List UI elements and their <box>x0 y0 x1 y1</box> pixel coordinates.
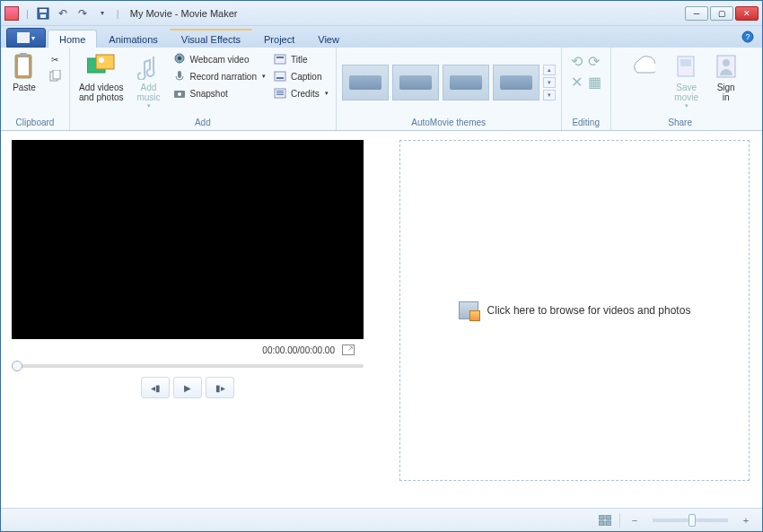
save-movie-button[interactable]: Save movie ▾ <box>667 49 706 112</box>
skydrive-button[interactable] <box>615 49 667 85</box>
statusbar: − + <box>1 508 762 531</box>
caption-icon <box>273 69 287 83</box>
tab-view[interactable]: View <box>306 30 351 48</box>
user-icon <box>712 52 741 81</box>
zoom-in-button[interactable]: + <box>739 513 753 528</box>
sign-in-label: Sign in <box>717 83 735 102</box>
undo-icon[interactable]: ↶ <box>56 6 70 21</box>
webcam-video-button[interactable]: Webcam video <box>169 51 269 67</box>
paste-button[interactable]: Paste <box>4 49 44 95</box>
zoom-slider[interactable] <box>653 519 728 522</box>
sign-in-button[interactable]: Sign in <box>706 49 746 105</box>
zoom-out-button[interactable]: − <box>627 513 642 528</box>
media-placeholder-icon <box>459 301 478 319</box>
credits-button[interactable]: Credits▾ <box>269 85 332 101</box>
file-menu-button[interactable] <box>6 28 46 48</box>
svg-rect-24 <box>276 92 284 93</box>
video-preview[interactable] <box>12 140 364 339</box>
credits-icon <box>273 86 287 100</box>
add-videos-label: Add videos and photos <box>79 83 124 102</box>
copy-icon <box>48 69 62 83</box>
svg-rect-7 <box>20 53 27 57</box>
close-button[interactable]: ✕ <box>735 6 759 21</box>
microphone-icon <box>172 69 187 83</box>
theme-thumbnail[interactable] <box>493 65 539 100</box>
redo-icon[interactable]: ↷ <box>75 6 90 21</box>
svg-rect-32 <box>599 521 604 526</box>
group-automovie-themes: ▴ ▾ ▾ AutoMovie themes <box>337 48 562 130</box>
snapshot-button[interactable]: Snapshot <box>169 85 269 101</box>
cut-button[interactable]: ✂ <box>44 51 66 67</box>
add-music-label: Add music <box>136 83 160 102</box>
svg-rect-15 <box>178 71 181 78</box>
group-editing: ⟲ ⟳ ✕ ▦ Editing <box>562 48 611 130</box>
title-button[interactable]: Title <box>269 51 332 67</box>
group-add: Add videos and photos Add music ▾ Webcam… <box>70 48 337 130</box>
svg-rect-23 <box>276 91 284 92</box>
content-area: 00:00.00/00:00.00 ◂▮ ▶ ▮▸ Click here to … <box>1 131 762 508</box>
titlebar: | ↶ ↷ ▾ | My Movie - Movie Maker ─ ▢ ✕ <box>1 1 762 26</box>
qat-separator: | <box>26 8 29 19</box>
save-icon[interactable] <box>36 6 50 21</box>
copy-button[interactable] <box>44 68 66 84</box>
rotate-left-icon[interactable]: ⟲ <box>571 53 583 70</box>
statusbar-separator <box>619 513 620 528</box>
play-button[interactable]: ▶ <box>173 377 202 398</box>
app-icon <box>4 6 19 21</box>
drop-hint-text: Click here to browse for videos and phot… <box>487 304 691 317</box>
svg-rect-2 <box>40 14 46 18</box>
ribbon-tabs: Home Animations Visual Effects Project V… <box>1 26 762 48</box>
svg-rect-18 <box>275 55 285 64</box>
tab-project[interactable]: Project <box>252 30 306 48</box>
svg-point-14 <box>178 57 181 60</box>
add-music-button[interactable]: Add music ▾ <box>129 49 169 112</box>
seek-slider[interactable] <box>12 364 364 368</box>
minimize-button[interactable]: ─ <box>685 6 708 21</box>
tab-visual-effects[interactable]: Visual Effects <box>170 29 252 48</box>
save-movie-label: Save movie <box>674 83 698 102</box>
qat-dropdown-icon[interactable]: ▾ <box>95 6 110 21</box>
svg-rect-31 <box>606 515 611 519</box>
svg-text:?: ? <box>745 32 750 41</box>
record-narration-button[interactable]: Record narration▾ <box>169 68 269 84</box>
svg-rect-19 <box>276 57 284 58</box>
theme-scroll-down-icon[interactable]: ▾ <box>543 77 556 88</box>
theme-scroll-up-icon[interactable]: ▴ <box>543 65 556 75</box>
svg-point-17 <box>178 92 181 96</box>
svg-point-29 <box>723 59 730 66</box>
time-display: 00:00.00/00:00.00 <box>262 345 335 355</box>
browse-media-dropzone[interactable]: Click here to browse for videos and phot… <box>399 140 750 481</box>
help-icon[interactable]: ? <box>741 30 755 44</box>
preview-pane: 00:00.00/00:00.00 ◂▮ ▶ ▮▸ <box>1 131 396 508</box>
thumbnail-view-icon[interactable] <box>598 513 612 528</box>
theme-thumbnail[interactable] <box>342 65 389 100</box>
app-window: | ↶ ↷ ▾ | My Movie - Movie Maker ─ ▢ ✕ H… <box>0 0 763 532</box>
delete-icon[interactable]: ✕ <box>571 74 583 91</box>
theme-expand-icon[interactable]: ▾ <box>543 90 556 100</box>
prev-frame-button[interactable]: ◂▮ <box>141 377 170 398</box>
title-icon <box>273 52 287 66</box>
cloud-icon <box>627 52 655 81</box>
tab-home[interactable]: Home <box>48 30 97 48</box>
tab-animations[interactable]: Animations <box>97 30 169 48</box>
theme-thumbnail[interactable] <box>443 65 489 100</box>
paste-label: Paste <box>13 83 36 92</box>
svg-rect-1 <box>39 9 47 13</box>
rotate-right-icon[interactable]: ⟳ <box>588 53 600 70</box>
svg-rect-25 <box>276 94 284 95</box>
group-share: Save movie ▾ Sign in Share <box>611 48 750 130</box>
add-videos-photos-button[interactable]: Add videos and photos <box>74 49 129 105</box>
svg-rect-27 <box>680 59 691 66</box>
window-title: My Movie - Movie Maker <box>130 8 238 19</box>
select-all-icon[interactable]: ▦ <box>588 74 601 91</box>
fullscreen-icon[interactable] <box>342 344 355 355</box>
ribbon: Paste ✂ Clipboard Add videos and photos <box>1 48 762 131</box>
caption-button[interactable]: Caption <box>269 68 332 84</box>
save-movie-icon <box>672 52 701 81</box>
group-label-editing: Editing <box>566 116 607 130</box>
svg-rect-33 <box>606 521 611 526</box>
maximize-button[interactable]: ▢ <box>710 6 733 21</box>
svg-rect-11 <box>96 55 114 69</box>
theme-thumbnail[interactable] <box>392 65 439 100</box>
next-frame-button[interactable]: ▮▸ <box>206 377 234 398</box>
